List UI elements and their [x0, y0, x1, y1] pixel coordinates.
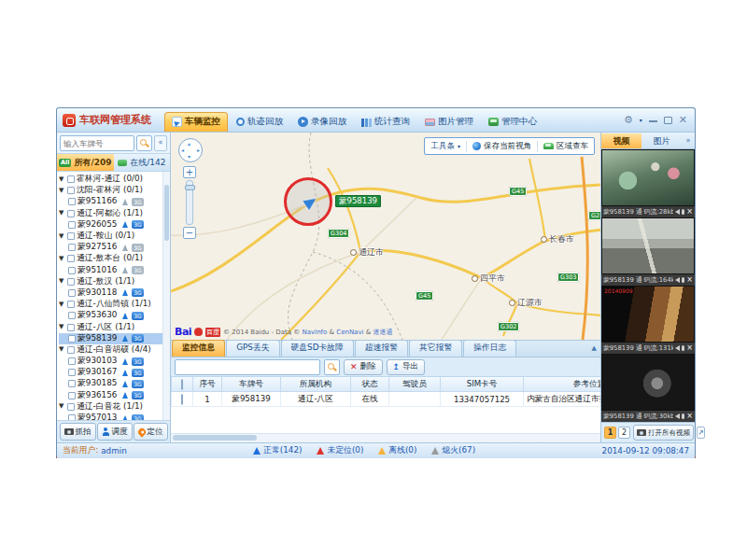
- table-hscrollbar-thumb[interactable]: [173, 435, 257, 441]
- monitor-tab-监控信息[interactable]: 监控信息: [172, 340, 225, 357]
- vehicle-3g-video-icon[interactable]: 3G: [132, 369, 144, 377]
- volume-icon[interactable]: [675, 345, 680, 351]
- mic-icon[interactable]: [682, 209, 684, 215]
- search-icon[interactable]: [324, 359, 340, 375]
- tree-scrollbar[interactable]: [162, 172, 170, 420]
- nav-tab-统计查询[interactable]: 统计查询: [355, 113, 416, 132]
- monitor-tab-操作日志[interactable]: 操作日志: [463, 340, 516, 357]
- tree-group-row[interactable]: ▼通辽-敖本台 (0/1): [59, 253, 162, 264]
- column-header[interactable]: 车牌号: [222, 377, 281, 392]
- nav-tab-录像回放[interactable]: 录像回放: [291, 113, 353, 132]
- video-panel-tab-视频[interactable]: 视频: [601, 133, 641, 148]
- tree-vehicle-row[interactable]: 蒙9511663G: [59, 196, 162, 207]
- plate-search-input[interactable]: [60, 135, 134, 151]
- save-view-button[interactable]: 保存当前视角: [467, 141, 538, 152]
- vehicle-checkbox[interactable]: [68, 392, 76, 399]
- minimize-button[interactable]: [649, 118, 657, 122]
- close-icon[interactable]: ×: [686, 276, 693, 284]
- delete-button[interactable]: ✕ 删除: [344, 359, 383, 375]
- tree-group-row[interactable]: ▼通辽-八区 (1/1): [59, 321, 162, 332]
- expand-arrow-icon[interactable]: ▼: [59, 233, 65, 240]
- area-search-button[interactable]: 区域查车: [538, 141, 594, 152]
- vehicle-3g-video-icon[interactable]: 3G: [132, 391, 144, 399]
- map-canvas[interactable]: ▴ ▾ ◂ ▸ + − 工具条 ▾: [171, 133, 600, 341]
- expand-arrow-icon[interactable]: ▼: [59, 210, 65, 217]
- attribution-link[interactable]: NavInfo: [302, 329, 327, 336]
- expand-arrow-icon[interactable]: ▼: [59, 346, 65, 353]
- monitor-tab-其它报警[interactable]: 其它报警: [409, 340, 462, 357]
- selected-vehicle-highlight-circle[interactable]: [284, 177, 332, 226]
- group-checkbox[interactable]: [67, 255, 75, 262]
- video-thumbnail[interactable]: 20140909: [601, 286, 695, 343]
- map-toolbar-menu[interactable]: 工具条 ▾: [425, 141, 467, 152]
- 调度-button[interactable]: 调度: [97, 423, 133, 441]
- vehicle-checkbox[interactable]: [68, 380, 76, 387]
- vehicle-checkbox[interactable]: [68, 221, 76, 229]
- vehicle-checkbox[interactable]: [68, 357, 76, 365]
- volume-icon[interactable]: [675, 209, 680, 215]
- filter-tab-1[interactable]: 在线/142: [114, 154, 171, 171]
- close-icon[interactable]: ×: [686, 344, 693, 352]
- tree-vehicle-row[interactable]: 蒙9260553G: [59, 219, 162, 231]
- vehicle-checkbox[interactable]: [68, 244, 76, 251]
- vehicle-marker-icon[interactable]: [303, 194, 319, 210]
- attribution-link[interactable]: CenNavi: [336, 329, 363, 336]
- row-checkbox[interactable]: [181, 394, 183, 405]
- tree-vehicle-row[interactable]: 蒙9536303G: [59, 310, 162, 321]
- vehicle-checkbox[interactable]: [68, 312, 76, 319]
- tree-vehicle-row[interactable]: 蒙9301853G: [59, 378, 162, 389]
- pan-down-icon[interactable]: ▾: [188, 154, 190, 160]
- panel-more-icon[interactable]: »: [682, 136, 695, 145]
- expand-arrow-icon[interactable]: ▼: [59, 403, 65, 410]
- map-pan-control[interactable]: ▴ ▾ ◂ ▸: [178, 138, 203, 162]
- mic-icon[interactable]: [682, 413, 684, 419]
- column-header[interactable]: SIM卡号: [441, 377, 524, 392]
- vehicle-3g-video-icon[interactable]: 3G: [132, 357, 144, 366]
- table-row[interactable]: 1蒙958139通辽-八区在线13347057125内蒙古自治区通辽市扎鲁特旗g…: [172, 392, 601, 407]
- sidebar-collapse-icon[interactable]: «: [154, 135, 167, 151]
- zoom-slider-track[interactable]: [186, 180, 193, 225]
- tree-vehicle-row[interactable]: 蒙9301183G: [59, 287, 162, 299]
- pan-left-icon[interactable]: ◂: [181, 147, 184, 153]
- vehicle-3g-video-icon[interactable]: 3G: [132, 288, 144, 297]
- group-checkbox[interactable]: [67, 278, 75, 286]
- nav-tab-图片管理[interactable]: 图片管理: [418, 113, 480, 132]
- vehicle-3g-video-icon[interactable]: 3G: [132, 334, 144, 343]
- video-page-button-1[interactable]: 1: [604, 427, 616, 439]
- tree-group-row[interactable]: ▼通辽-敖汉 (1/1): [59, 276, 162, 287]
- mic-icon[interactable]: [682, 277, 684, 283]
- vehicle-checkbox[interactable]: [68, 289, 76, 297]
- vehicle-plate-map-label[interactable]: 蒙958139: [335, 195, 381, 207]
- attribution-link[interactable]: 道道通: [373, 329, 392, 336]
- vehicle-checkbox[interactable]: [68, 335, 76, 343]
- video-panel-tab-图片[interactable]: 图片: [641, 133, 682, 148]
- group-checkbox[interactable]: [67, 301, 75, 308]
- column-header[interactable]: 参考位置: [524, 377, 601, 392]
- vehicle-3g-video-icon[interactable]: 3G: [132, 380, 144, 388]
- column-header[interactable]: 驾驶员: [389, 377, 441, 392]
- tree-vehicle-row[interactable]: 蒙9510163G: [59, 265, 162, 276]
- snapshot-export-icon[interactable]: ↗: [697, 427, 705, 439]
- tree-group-row[interactable]: ▼沈阳-霍林河 (0/1): [59, 185, 162, 196]
- restore-button[interactable]: [664, 117, 672, 124]
- export-button[interactable]: ↥ 导出: [387, 359, 426, 375]
- expand-arrow-icon[interactable]: ▼: [59, 256, 65, 262]
- video-thumbnail[interactable]: [601, 354, 695, 411]
- 定位-button[interactable]: 定位: [134, 423, 168, 441]
- expand-arrow-icon[interactable]: ▼: [59, 188, 65, 194]
- expand-arrow-icon[interactable]: ▼: [59, 278, 65, 285]
- zoom-out-button[interactable]: −: [183, 227, 196, 239]
- zoom-slider-thumb[interactable]: [185, 185, 195, 190]
- volume-icon[interactable]: [675, 277, 680, 283]
- settings-gear-icon[interactable]: ⚙: [624, 115, 633, 125]
- tree-group-row[interactable]: ▼霍林河-通辽 (0/0): [59, 174, 162, 185]
- group-checkbox[interactable]: [67, 175, 75, 183]
- nav-tab-管理中心[interactable]: 管理中心: [482, 113, 543, 132]
- vehicle-3g-video-icon[interactable]: 3G: [132, 312, 144, 320]
- vehicle-3g-video-icon[interactable]: 3G: [132, 414, 144, 420]
- close-icon[interactable]: ×: [686, 208, 693, 216]
- video-thumbnail[interactable]: [601, 149, 695, 206]
- tree-group-row[interactable]: ▼通辽-白音花 (1/1): [59, 401, 162, 413]
- video-thumbnail[interactable]: [601, 217, 695, 274]
- tree-group-row[interactable]: ▼通辽-阿都沁 (1/1): [59, 208, 162, 219]
